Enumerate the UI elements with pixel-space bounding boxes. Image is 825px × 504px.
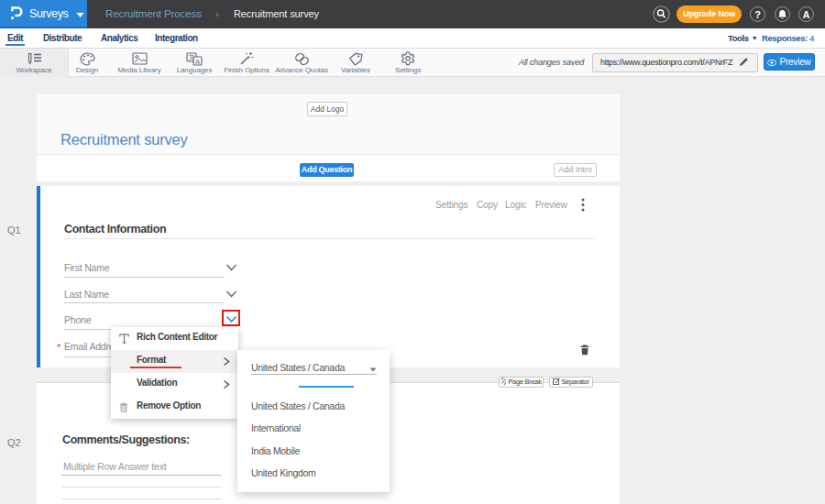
svg-text:文: 文 xyxy=(189,53,195,60)
svg-text:A: A xyxy=(195,57,200,65)
